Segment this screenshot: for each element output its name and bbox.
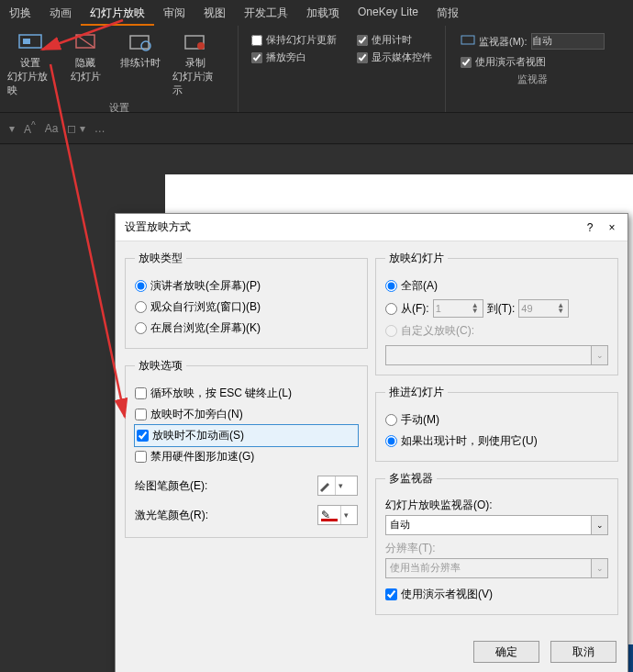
svg-rect-1: [23, 39, 30, 44]
laser-color-picker[interactable]: ✎ ▾: [317, 505, 358, 525]
show-slides-legend: 放映幻灯片: [385, 251, 448, 266]
show-options-group: 放映选项 循环放映，按 ESC 键终止(L) 放映时不加旁白(N) 放映时不加动…: [125, 358, 368, 538]
rehearse-button[interactable]: 排练计时: [116, 29, 165, 99]
setup-slideshow-button[interactable]: 设置 幻灯片放映: [6, 29, 55, 99]
advance-timings-label: 如果出现计时，则使用它(U): [401, 433, 538, 449]
slides-all[interactable]: 全部(A): [385, 275, 608, 297]
show-type-kiosk[interactable]: 在展台浏览(全屏幕)(K): [135, 318, 358, 339]
setup-icon: [17, 31, 43, 53]
advance-manual-label: 手动(M): [401, 412, 439, 428]
advance-legend: 推进幻灯片: [385, 385, 448, 400]
ribbon-content: 设置 幻灯片放映 隐藏 幻灯片 排练计时 录制 幻灯片演示 设置 保持幻灯片更新: [0, 26, 633, 113]
tab-transition[interactable]: 切换: [0, 0, 40, 26]
advance-timings[interactable]: 如果出现计时，则使用它(U): [385, 431, 608, 452]
slides-custom: 自定义放映(C):: [385, 320, 608, 342]
advance-manual[interactable]: 手动(M): [385, 409, 608, 431]
rehearse-label: 排练计时: [120, 56, 161, 70]
slides-to-spin[interactable]: 49▲▼: [518, 299, 569, 318]
dialog-title: 设置放映方式: [125, 219, 191, 235]
check-narration-label: 播放旁白: [266, 50, 306, 64]
check-presenter-view[interactable]: 使用演示者视图: [455, 55, 610, 69]
pen-color-picker[interactable]: ▾: [317, 476, 358, 496]
monitor-icon: [461, 35, 475, 48]
show-type-group: 放映类型 演讲者放映(全屏幕)(P) 观众自行浏览(窗口)(B) 在展台浏览(全…: [125, 251, 368, 349]
show-type-presenter-label: 演讲者放映(全屏幕)(P): [150, 278, 261, 294]
sec-more: …: [94, 122, 106, 135]
sec-aa: Aa: [45, 122, 59, 135]
opt-no-animation[interactable]: 放映时不加动画(S): [135, 425, 358, 446]
multi-monitor-legend: 多监视器: [385, 471, 437, 487]
slides-from-spin[interactable]: 1▲▼: [433, 299, 483, 318]
slides-to-value: 49: [521, 303, 555, 314]
setup-show-dialog: 设置放映方式 ? × 放映类型 演讲者放映(全屏幕)(P) 观众自行浏览(窗口)…: [115, 213, 628, 672]
tab-devtools[interactable]: 开发工具: [235, 0, 297, 26]
tab-animation[interactable]: 动画: [40, 0, 81, 26]
check-timings[interactable]: 使用计时: [357, 33, 432, 47]
custom-show-value: [386, 346, 591, 364]
record-icon: [183, 31, 208, 53]
multi-monitor-group: 多监视器 幻灯片放映监视器(O): 自动 ⌄ 分辨率(T): 使用当前分辨率 ⌄…: [375, 471, 618, 615]
hide-label2: 幻灯片: [71, 70, 101, 84]
check-keep-updated[interactable]: 保持幻灯片更新: [251, 33, 337, 47]
sec-font: A^: [24, 120, 36, 136]
group-label-setup: 设置: [6, 101, 232, 115]
tab-view[interactable]: 视图: [194, 0, 235, 26]
tab-onekey[interactable]: OneKey Lite: [349, 0, 428, 26]
mon-select-value: 自动: [386, 516, 591, 534]
opt-loop-label: 循环放映，按 ESC 键终止(L): [150, 386, 292, 401]
res-select-value: 使用当前分辨率: [386, 559, 591, 577]
svg-rect-8: [461, 36, 474, 44]
cancel-button[interactable]: 取消: [550, 641, 616, 663]
res-label: 分辨率(T):: [385, 542, 436, 554]
slides-range-radio[interactable]: [385, 303, 397, 315]
tab-brief[interactable]: 简报: [428, 0, 468, 26]
use-presenter-view[interactable]: 使用演示者视图(V): [385, 584, 608, 605]
slides-from-value: 1: [436, 303, 470, 314]
opt-no-animation-label: 放映时不加动画(S): [152, 428, 244, 443]
slides-from-label: 从(F):: [401, 301, 429, 317]
record-button[interactable]: 录制 幻灯片演示: [171, 29, 220, 99]
show-type-presenter[interactable]: 演讲者放映(全屏幕)(P): [135, 275, 358, 297]
ribbon-tabs: 切换 动画 幻灯片放映 审阅 视图 开发工具 加载项 OneKey Lite 简…: [0, 0, 633, 26]
advance-group: 推进幻灯片 手动(M) 如果出现计时，则使用它(U): [375, 385, 618, 462]
mon-select[interactable]: 自动 ⌄: [385, 515, 608, 535]
hide-icon: [72, 31, 98, 53]
mon-select-label: 幻灯片放映监视器(O):: [385, 498, 493, 511]
opt-disable-hw[interactable]: 禁用硬件图形加速(G): [135, 446, 358, 467]
chevron-down-icon: ⌄: [591, 346, 607, 364]
group-label-monitor: 监视器: [451, 73, 614, 86]
opt-disable-hw-label: 禁用硬件图形加速(G): [150, 449, 254, 465]
opt-no-narration[interactable]: 放映时不加旁白(N): [135, 404, 358, 425]
custom-show-select: ⌄: [385, 345, 608, 365]
monitor-label: 监视器(M):: [479, 35, 528, 49]
hide-slide-button[interactable]: 隐藏 幻灯片: [61, 29, 110, 99]
check-media-controls[interactable]: 显示媒体控件: [357, 50, 432, 64]
opt-loop[interactable]: 循环放映，按 ESC 键终止(L): [135, 383, 358, 404]
svg-rect-4: [130, 36, 149, 49]
slides-custom-label: 自定义放映(C):: [401, 323, 474, 339]
dialog-close-button[interactable]: ×: [605, 221, 618, 234]
show-type-browse-label: 观众自行浏览(窗口)(B): [150, 299, 261, 315]
chevron-down-icon: ⌄: [591, 516, 607, 534]
tab-review[interactable]: 审阅: [154, 0, 194, 26]
svg-line-3: [76, 35, 94, 48]
slides-all-label: 全部(A): [401, 278, 438, 294]
ok-button[interactable]: 确定: [473, 641, 539, 663]
res-select: 使用当前分辨率 ⌄: [385, 558, 608, 578]
check-presenter-view-label: 使用演示者视图: [475, 55, 546, 69]
monitor-select[interactable]: 自动: [531, 33, 605, 50]
check-keep-updated-label: 保持幻灯片更新: [266, 33, 337, 47]
tab-slideshow[interactable]: 幻灯片放映: [81, 0, 154, 26]
show-type-legend: 放映类型: [135, 251, 186, 266]
laser-swatch: ✎: [321, 509, 338, 521]
use-presenter-view-label: 使用演示者视图(V): [401, 587, 493, 602]
laser-color-label: 激光笔颜色(R):: [135, 508, 208, 523]
check-narration[interactable]: 播放旁白: [251, 50, 337, 64]
dialog-help-button[interactable]: ?: [583, 221, 596, 234]
chevron-down-icon: ▾: [335, 476, 346, 495]
chevron-down-icon: ▾: [340, 506, 351, 524]
svg-point-7: [197, 42, 205, 50]
record-label2: 幻灯片演示: [172, 70, 218, 97]
show-type-browse[interactable]: 观众自行浏览(窗口)(B): [135, 297, 358, 318]
tab-addins[interactable]: 加载项: [297, 0, 349, 26]
